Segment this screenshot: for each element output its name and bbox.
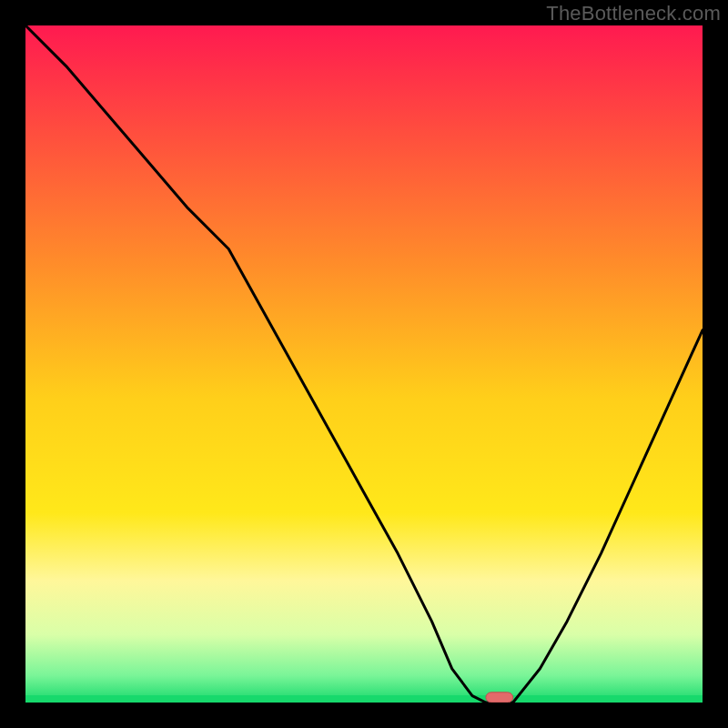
plot-svg	[25, 25, 703, 703]
optimal-marker	[486, 693, 513, 703]
plot-area	[25, 25, 703, 703]
optimal-band	[25, 695, 703, 703]
watermark-text: TheBottleneck.com	[546, 2, 721, 25]
gradient-background	[25, 25, 703, 703]
chart-frame: TheBottleneck.com	[0, 0, 728, 728]
